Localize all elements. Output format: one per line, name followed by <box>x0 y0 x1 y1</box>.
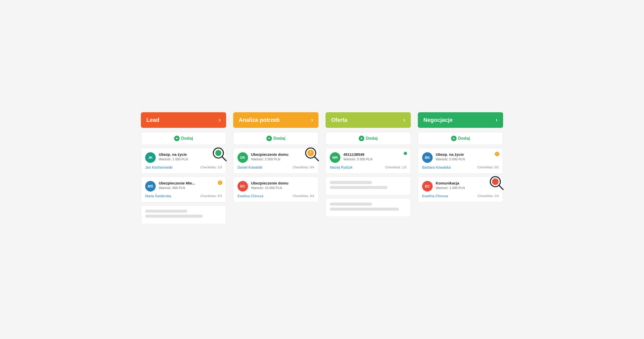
column-title-negocjacje: Negocjacje <box>423 117 453 123</box>
svg-point-2 <box>215 150 221 156</box>
card-jk[interactable]: JKUbezp. na życieWartość: 1 000 PLNJan K… <box>141 148 226 174</box>
skeleton-card <box>326 198 411 217</box>
card-bottom-bk: Barbara KowalskaChecklista: 0/2 <box>422 165 499 169</box>
card-bottom-dk: Daniel KowalskiChecklista: 0/4 <box>237 165 314 169</box>
column-arrow-lead: › <box>219 117 221 123</box>
add-btn-container-analiza[interactable]: +Dodaj <box>233 132 318 145</box>
svg-text:!: ! <box>310 151 311 155</box>
skeleton-row <box>330 186 387 189</box>
status-dot-mr <box>404 152 407 155</box>
skeleton-row <box>330 203 372 206</box>
card-ec2[interactable]: ECKomunikacjaWartość: 1 000 PLNEwelina C… <box>418 177 503 202</box>
card-checklist-bk: Checklista: 0/2 <box>477 165 499 169</box>
add-btn-oferta[interactable]: +Dodaj <box>359 136 378 141</box>
add-btn-negocjacje[interactable]: +Dodaj <box>451 136 470 141</box>
card-dk[interactable]: DKUbezpieczenie domuWartość: 2 500 PLNDa… <box>233 148 318 174</box>
card-bottom-ec1: Ewelina ChmuraChecklista: 3/4 <box>237 194 314 198</box>
card-top-ec1: ECUbezpieczenie domuWartość: 10 000 PLN <box>237 181 314 192</box>
avatar-ec1: EC <box>237 181 248 192</box>
card-info-mr: 4511138549Wartość: 5 000 PLN <box>343 152 407 161</box>
avatar-bk: BK <box>422 152 433 163</box>
card-top-ms: MŚUbezpieczenie Mie...Wartość: 900 PLN <box>145 181 222 192</box>
card-title-ms: Ubezpieczenie Mie... <box>159 181 222 185</box>
add-label-negocjacje: Dodaj <box>458 136 470 141</box>
column-title-analiza: Analiza potrzeb <box>239 117 280 123</box>
card-checklist-ms: Checklista: 2/3 <box>200 194 222 198</box>
column-analiza: Analiza potrzeb›+DodajDKUbezpieczenie do… <box>233 112 318 227</box>
column-negocjacje: Negocjacje›+DodajBKUbezp. na życieWartoś… <box>418 112 503 227</box>
column-lead: Lead›+DodajJKUbezp. na życieWartość: 1 0… <box>141 112 226 227</box>
card-title-ec1: Ubezpieczenie domu <box>251 181 314 185</box>
card-person-ms[interactable]: Maria Świderska <box>145 194 171 198</box>
column-header-oferta[interactable]: Oferta› <box>326 112 411 128</box>
magnifier-icon-ec2 <box>489 175 505 191</box>
card-checklist-dk: Checklista: 0/4 <box>293 165 314 169</box>
card-top-dk: DKUbezpieczenie domuWartość: 2 500 PLN <box>237 152 314 163</box>
status-dot-ms: ! <box>218 180 222 185</box>
avatar-dk: DK <box>237 152 248 163</box>
card-person-jk[interactable]: Jan Kochanowski <box>145 165 173 169</box>
skeleton-card <box>326 177 411 195</box>
card-value-bk: Wartość: 5 000 PLN <box>436 157 499 161</box>
card-top-mr: MR4511138549Wartość: 5 000 PLN <box>330 152 407 163</box>
column-arrow-analiza: › <box>311 117 313 123</box>
add-btn-analiza[interactable]: +Dodaj <box>266 136 285 141</box>
add-btn-container-lead[interactable]: +Dodaj <box>141 132 226 145</box>
svg-point-9 <box>492 178 499 185</box>
card-person-ec2[interactable]: Ewelina Chmura <box>422 194 448 198</box>
card-info-ec1: Ubezpieczenie domuWartość: 10 000 PLN <box>251 181 314 190</box>
card-bk[interactable]: BKUbezp. na życieWartość: 5 000 PLNBarba… <box>418 148 503 174</box>
plus-icon-lead: + <box>174 136 180 141</box>
add-btn-container-negocjacje[interactable]: +Dodaj <box>418 132 503 145</box>
card-bottom-mr: Maciej RydzykChecklista: 1/3 <box>330 165 407 169</box>
card-top-bk: BKUbezp. na życieWartość: 5 000 PLN <box>422 152 499 163</box>
card-person-ec1[interactable]: Ewelina Chmura <box>237 194 263 198</box>
card-bottom-ms: Maria ŚwiderskaChecklista: 2/3 <box>145 194 222 198</box>
card-info-bk: Ubezp. na życieWartość: 5 000 PLN <box>436 152 499 161</box>
svg-line-4 <box>314 157 318 161</box>
plus-icon-oferta: + <box>359 136 364 141</box>
status-dot-bk: ! <box>495 152 499 156</box>
skeleton-card <box>141 205 226 224</box>
svg-line-8 <box>499 185 503 190</box>
card-value-ms: Wartość: 900 PLN <box>159 186 222 190</box>
add-label-lead: Dodaj <box>181 136 193 141</box>
card-mr[interactable]: MR4511138549Wartość: 5 000 PLNMaciej Ryd… <box>326 148 411 174</box>
add-label-analiza: Dodaj <box>273 136 285 141</box>
skeleton-row <box>330 181 372 184</box>
card-ms[interactable]: MŚUbezpieczenie Mie...Wartość: 900 PLNMa… <box>141 177 226 202</box>
card-person-mr[interactable]: Maciej Rydzyk <box>330 165 352 169</box>
column-header-analiza[interactable]: Analiza potrzeb› <box>233 112 318 128</box>
plus-icon-analiza: + <box>266 136 272 141</box>
skeleton-row <box>145 210 187 213</box>
card-checklist-ec1: Checklista: 3/4 <box>293 194 314 198</box>
skeleton-row <box>330 208 399 211</box>
card-title-bk: Ubezp. na życie <box>436 152 499 157</box>
column-title-oferta: Oferta <box>331 117 347 123</box>
column-header-negocjacje[interactable]: Negocjacje› <box>418 112 503 128</box>
card-top-ec2: ECKomunikacjaWartość: 1 000 PLN <box>422 181 499 192</box>
add-btn-container-oferta[interactable]: +Dodaj <box>326 132 411 145</box>
card-checklist-ec2: Checklista: 2/4 <box>477 194 499 198</box>
card-person-bk[interactable]: Barbara Kowalska <box>422 165 451 169</box>
avatar-mr: MR <box>330 152 340 163</box>
column-arrow-negocjacje: › <box>496 117 498 123</box>
card-ec1[interactable]: ECUbezpieczenie domuWartość: 10 000 PLNE… <box>233 177 318 202</box>
card-bottom-ec2: Ewelina ChmuraChecklista: 2/4 <box>422 194 499 198</box>
card-person-dk[interactable]: Daniel Kowalski <box>237 165 262 169</box>
svg-line-1 <box>222 157 226 161</box>
card-checklist-mr: Checklista: 1/3 <box>385 165 407 169</box>
column-header-lead[interactable]: Lead› <box>141 112 226 128</box>
skeleton-row <box>145 215 203 218</box>
plus-icon-negocjacje: + <box>451 136 457 141</box>
card-info-ms: Ubezpieczenie Mie...Wartość: 900 PLN <box>159 181 222 190</box>
magnifier-icon-dk: ! <box>304 146 320 163</box>
add-btn-lead[interactable]: +Dodaj <box>174 136 193 141</box>
column-title-lead: Lead <box>146 117 159 123</box>
card-value-ec1: Wartość: 10 000 PLN <box>251 186 314 190</box>
column-oferta: Oferta›+DodajMR4511138549Wartość: 5 000 … <box>326 112 411 227</box>
avatar-ms: MŚ <box>145 181 156 192</box>
card-checklist-jk: Checklista: 1/3 <box>200 165 222 169</box>
card-bottom-jk: Jan KochanowskiChecklista: 1/3 <box>145 165 222 169</box>
kanban-board: Lead›+DodajJKUbezp. na życieWartość: 1 0… <box>141 112 503 227</box>
